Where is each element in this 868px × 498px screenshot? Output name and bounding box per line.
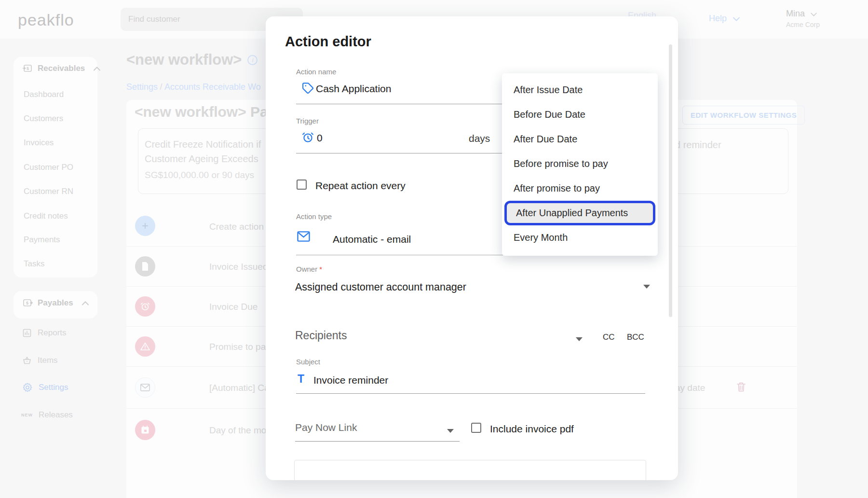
info-icon: i	[247, 55, 258, 65]
dropdown-item-after-due-date[interactable]: After Due Date	[502, 127, 658, 152]
user-menu[interactable]: Mina Acme Corp	[786, 9, 820, 28]
help-label: Help	[709, 14, 727, 23]
edit-workflow-settings-button[interactable]: EDIT WORKFLOW SETTINGS	[682, 106, 805, 124]
sidebar-item-credit-notes[interactable]: Credit notes	[24, 211, 68, 221]
sidebar-item-reports[interactable]: Reports	[22, 328, 67, 338]
receivables-icon: $	[22, 64, 33, 73]
workflow-row-label[interactable]: [Automatic] Cas	[209, 383, 274, 393]
trigger-card-line1: Credit Freeze Notification if	[145, 137, 261, 152]
action-type-select[interactable]: Automatic - email	[333, 234, 411, 245]
sidebar-item-settings[interactable]: Settings	[22, 382, 68, 393]
basket-icon	[22, 356, 32, 365]
trash-icon[interactable]	[736, 382, 746, 394]
bar-chart-icon	[22, 328, 32, 338]
field-underline	[296, 393, 645, 394]
breadcrumb: Settings / Accounts Receivable Wo	[126, 82, 261, 92]
user-name: Mina	[786, 9, 805, 18]
sidebar-item-customer-rn[interactable]: Customer RN	[24, 187, 73, 196]
bcc-button[interactable]: BCC	[627, 332, 644, 342]
calendar-icon[interactable]	[135, 420, 155, 440]
alarm-icon[interactable]	[135, 296, 155, 317]
page-header: <new workflow> i	[126, 51, 258, 69]
sidebar-group-label: Payables	[38, 298, 73, 308]
help-menu[interactable]: Help	[709, 14, 740, 24]
recipients-section-label[interactable]: Recipients	[295, 329, 347, 342]
dropdown-item-every-month[interactable]: Every Month	[502, 225, 658, 250]
email-body-input[interactable]	[294, 460, 646, 480]
app-root: peakflo English Help Mina Acme Corp $ Re…	[0, 0, 868, 498]
trigger-card-line3: SG$100,000.00 or 90 days	[145, 170, 261, 180]
sidebar-item-label: Items	[38, 356, 58, 365]
warning-icon[interactable]	[135, 336, 155, 357]
workflow-row-right-fragment: ay date	[675, 383, 705, 393]
workflow-row-label[interactable]: Create action	[209, 221, 264, 232]
svg-text:$: $	[26, 301, 28, 305]
subject-input[interactable]: Invoice reminder	[313, 374, 388, 386]
sidebar-group-receivables[interactable]: $ Receivables	[22, 64, 100, 73]
breadcrumb-settings[interactable]: Settings	[126, 82, 158, 92]
field-underline	[295, 441, 460, 442]
sidebar-item-invoices[interactable]: Invoices	[24, 138, 54, 148]
breadcrumb-current[interactable]: Accounts Receivable Wo	[164, 82, 261, 92]
envelope-icon[interactable]	[135, 377, 155, 398]
gear-icon	[22, 382, 33, 393]
page-title: <new workflow>	[126, 51, 242, 69]
breadcrumb-separator: /	[160, 82, 163, 92]
sidebar-item-releases[interactable]: NEW Releases	[21, 410, 73, 420]
workflow-row-label[interactable]: Invoice Due	[209, 302, 258, 312]
chevron-down-icon	[811, 13, 817, 16]
owner-label: Owner *	[296, 265, 322, 273]
repeat-action-checkbox[interactable]	[297, 180, 307, 190]
subject-label: Subject	[296, 358, 320, 366]
sidebar-group-label: Receivables	[38, 64, 85, 73]
sidebar-item-payments[interactable]: Payments	[24, 235, 60, 245]
repeat-action-label: Repeat action every	[315, 180, 406, 192]
mail-icon	[297, 231, 311, 244]
workflow-row-label[interactable]: Invoice Issued	[209, 262, 268, 272]
workflow-row-label[interactable]: Day of the mont	[209, 425, 274, 436]
sidebar-item-label: Reports	[38, 328, 67, 338]
alarm-clock-icon	[301, 131, 314, 146]
trigger-days-input[interactable]: 0	[317, 132, 323, 144]
trigger-label: Trigger	[296, 117, 319, 125]
modal-title: Action editor	[285, 34, 371, 50]
new-badge-icon: NEW	[21, 413, 33, 417]
sidebar-item-customer-po[interactable]: Customer PO	[24, 163, 73, 172]
include-invoice-pdf-label: Include invoice pdf	[490, 423, 574, 435]
trigger-options-dropdown: After Issue Date Before Due Date After D…	[502, 73, 658, 256]
caret-down-icon[interactable]	[576, 337, 583, 341]
sidebar-item-customers[interactable]: Customers	[24, 114, 63, 124]
action-name-input[interactable]: Cash Application	[316, 83, 391, 95]
chevron-down-icon	[733, 17, 740, 21]
include-invoice-pdf-checkbox[interactable]	[471, 423, 481, 433]
dropdown-item-before-promise-to-pay[interactable]: Before promise to pay	[502, 152, 658, 176]
sidebar-item-label: Releases	[39, 410, 73, 420]
tag-icon	[301, 82, 314, 97]
sidebar-item-items[interactable]: Items	[22, 356, 58, 365]
sidebar-item-tasks[interactable]: Tasks	[24, 259, 44, 269]
plus-icon[interactable]: +	[135, 216, 155, 236]
dropdown-item-after-unapplied-payments[interactable]: After Unapplied Payments	[504, 201, 655, 225]
dropdown-item-after-promise-to-pay[interactable]: After promise to pay	[502, 176, 658, 201]
dropdown-item-after-issue-date[interactable]: After Issue Date	[502, 78, 658, 102]
required-asterisk: *	[319, 265, 322, 273]
cc-button[interactable]: CC	[603, 332, 615, 342]
dropdown-item-before-due-date[interactable]: Before Due Date	[502, 102, 658, 127]
modal-scrollbar[interactable]	[669, 44, 672, 317]
workflow-row-label[interactable]: Promise to pay i	[209, 342, 275, 352]
pay-now-link-select[interactable]: Pay Now Link	[295, 422, 357, 433]
sidebar-group-payables[interactable]: $ Payables	[22, 298, 89, 308]
trigger-card-text: Credit Freeze Notification if Customer A…	[145, 137, 261, 180]
owner-select[interactable]: Assigned customer account manager	[295, 281, 466, 293]
action-name-label: Action name	[296, 68, 336, 76]
owner-label-text: Owner	[296, 265, 317, 273]
sidebar-item-label: Settings	[39, 383, 68, 392]
text-format-icon: T	[298, 373, 304, 386]
sidebar-item-dashboard[interactable]: Dashboard	[24, 90, 64, 99]
chevron-up-icon	[94, 67, 100, 71]
caret-down-icon	[447, 429, 454, 433]
action-type-label: Action type	[296, 212, 332, 221]
company-name: Acme Corp	[786, 21, 820, 28]
document-icon[interactable]	[135, 256, 155, 277]
trigger-unit-label: days	[469, 133, 490, 144]
